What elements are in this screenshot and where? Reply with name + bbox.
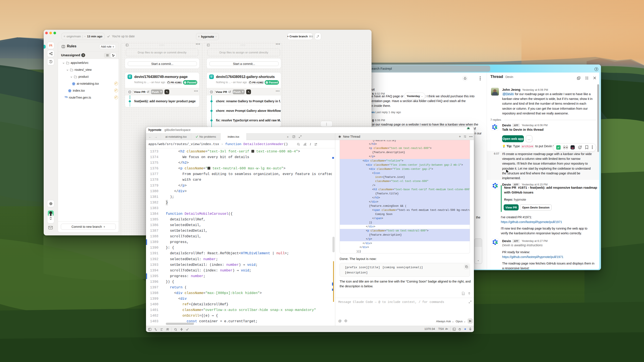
svg-text:MD: MD [462,293,464,295]
